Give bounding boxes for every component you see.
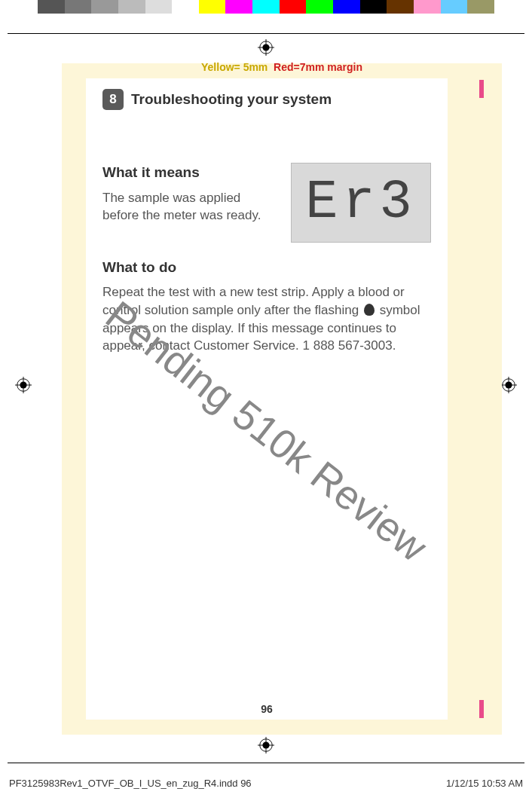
color-swatch [441, 0, 468, 14]
chapter-title: Troubleshooting your system [131, 91, 332, 108]
crop-line-bottom [8, 763, 524, 763]
section-body-means: The sample was applied before the meter … [102, 190, 277, 225]
red-margin-mark-icon [479, 80, 484, 98]
color-swatch [145, 0, 173, 14]
color-swatch [387, 0, 414, 14]
section-body-todo: Repeat the test with a new test strip. A… [102, 283, 431, 355]
color-swatch [414, 0, 441, 14]
registration-mark-icon [258, 39, 274, 56]
margin-red-label: Red=7mm margin [274, 61, 362, 73]
page-number: 96 [86, 703, 448, 715]
color-swatch [38, 0, 65, 14]
footer-filename: PF3125983Rev1_OTVF_OB_I_US_en_zug_R4.ind… [9, 778, 252, 789]
crop-line-top [8, 33, 524, 34]
color-swatch [280, 0, 307, 14]
margin-note: Yellow= 5mm Red=7mm margin [62, 61, 502, 73]
footer-timestamp: 1/12/15 10:53 AM [446, 778, 523, 789]
color-swatch [199, 0, 226, 14]
print-footer: PF3125983Rev1_OTVF_OB_I_US_en_zug_R4.ind… [9, 778, 523, 789]
registration-mark-icon [258, 737, 274, 753]
color-swatch [467, 0, 494, 14]
registration-mark-icon [500, 377, 517, 393]
todo-text-pre: Repeat the test with a new test strip. A… [102, 285, 405, 317]
color-swatch [252, 0, 280, 14]
color-calibration-bar [38, 0, 494, 14]
chapter-number-badge: 8 [102, 89, 124, 110]
red-margin-mark-icon [479, 700, 484, 718]
color-swatch [91, 0, 118, 14]
margin-yellow-label: Yellow= 5mm [201, 61, 268, 73]
page-margin-area: Yellow= 5mm Red=7mm margin 8 Troubleshoo… [62, 63, 502, 735]
meter-lcd-display: Er3 [291, 163, 431, 243]
color-swatch [306, 0, 333, 14]
blood-drop-icon [364, 304, 375, 316]
color-swatch [333, 0, 360, 14]
section-heading-means: What it means [102, 163, 277, 182]
color-swatch [225, 0, 252, 14]
page-content: 8 Troubleshooting your system What it me… [86, 78, 448, 720]
color-swatch [65, 0, 92, 14]
chapter-header: 8 Troubleshooting your system [102, 89, 431, 110]
color-swatch [360, 0, 387, 14]
color-swatch [172, 0, 199, 14]
registration-mark-icon [15, 377, 32, 393]
section-heading-todo: What to do [102, 259, 431, 276]
color-swatch [118, 0, 145, 14]
